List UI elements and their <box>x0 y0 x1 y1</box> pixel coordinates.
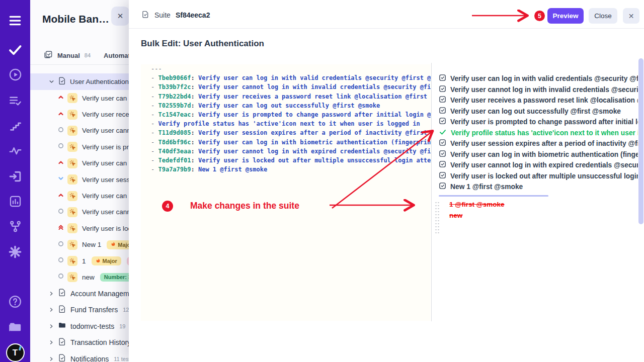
checkbox-icon <box>439 150 446 159</box>
preview-item-text: Verify user can log in with biometric au… <box>450 151 638 158</box>
project-sidebar: Mobile Banking ✕ Manual84Automated User … <box>30 0 129 362</box>
tree-test-row[interactable]: Verify user receives a password reset li… <box>30 106 129 122</box>
test-title: Verify user receives a password reset li… <box>82 111 129 118</box>
selected-suite-label: User Authentication <box>70 78 129 85</box>
manual-test-icon <box>67 174 77 185</box>
preview-scrollbar[interactable] <box>638 58 643 224</box>
close-icon: ✕ <box>628 12 634 20</box>
project-title: Mobile Banking <box>42 13 112 25</box>
preview-item-text: Verify user can log in with valid creden… <box>450 75 638 82</box>
tree-test-row[interactable]: newNumber: 3 <box>30 269 129 285</box>
manual-test-icon <box>67 223 77 233</box>
runs-play-icon[interactable] <box>0 68 30 81</box>
projects-folder-icon[interactable] <box>0 320 30 334</box>
tree-suite-row[interactable]: todomvc-tests19 <box>30 318 129 335</box>
tree-suite-row[interactable]: Fund Transfers12 <box>30 302 129 318</box>
user-avatar[interactable]: T <box>0 343 30 362</box>
priority-high-icon <box>57 94 64 103</box>
branches-icon[interactable] <box>0 220 30 233</box>
diff-underline <box>439 195 548 197</box>
bulk-edit-title: Bulk Edit: User Authentication <box>141 39 264 49</box>
analytics-pulse-icon[interactable] <box>0 144 30 158</box>
editor-line: - T11d9d085: Verify user session expires… <box>141 128 431 137</box>
test-title: 1 <box>82 257 86 265</box>
preview-item-text: Verify user cannot log in with expired c… <box>450 161 638 169</box>
preview-item: New 1 @first @smoke <box>439 182 638 193</box>
sidebar-close-button[interactable]: ✕ <box>111 7 129 26</box>
tree-test-row[interactable]: Verify user cannot log in with invalid c… <box>30 123 129 139</box>
manual-test-icon <box>67 110 77 120</box>
bulk-editor[interactable]: ---- Tbeb9066f: Verify user can log in w… <box>141 64 431 321</box>
settings-gear-icon[interactable] <box>0 245 30 259</box>
close-icon: ✕ <box>117 12 124 21</box>
test-title: New 1 <box>82 241 101 248</box>
tree-test-row[interactable]: Verify user can log out successfully <box>30 155 129 171</box>
priority-normal-icon <box>57 142 64 151</box>
tree-tests: Verify user can log in with valid creden… <box>30 90 129 286</box>
checkbox-icon <box>439 171 446 181</box>
manual-test-icon <box>67 207 77 217</box>
preview-item-removed: new <box>449 212 638 219</box>
annotation-step-4-badge: 4 <box>162 201 173 212</box>
annotation-step-4-label: Make changes in the suite <box>190 201 299 211</box>
tree-suite-row[interactable]: Notifications11 tests <box>30 351 129 362</box>
checkbox-icon <box>439 182 446 192</box>
tree-suite-row[interactable]: Account Management <box>30 286 129 302</box>
suite-breadcrumb: Suite Sf84eeca2 <box>141 10 210 20</box>
priority-normal-icon <box>57 126 64 135</box>
suite-type-label: Suite <box>154 11 171 19</box>
manual-test-icon <box>67 158 77 168</box>
editor-line: - Tb39b7f2c: Verify user cannot log in w… <box>141 82 431 92</box>
test-title: Verify user is prompted to change passwo… <box>82 143 129 151</box>
avatar-letter: T <box>13 348 18 358</box>
tree-test-row[interactable]: Verify user can log in with biometric au… <box>30 188 129 204</box>
editor-scrollbar-track[interactable] <box>431 63 432 321</box>
tree-suite-selected[interactable]: User Authentication <box>30 73 129 90</box>
tree-test-row[interactable]: Verify user can log in with valid creden… <box>30 90 129 106</box>
preview-item: Verify user cannot log in with invalid c… <box>439 84 638 96</box>
import-signin-icon[interactable] <box>0 169 30 184</box>
priority-highest-icon <box>57 224 64 233</box>
flame-icon <box>96 258 101 264</box>
tree-test-row[interactable]: Verify user is locked out after multiple… <box>30 220 129 236</box>
tree-test-row[interactable]: Verify user is prompted to change passwo… <box>30 139 129 155</box>
suite-count: 11 tests <box>114 356 129 362</box>
app-rail: T <box>0 0 30 362</box>
preview-button[interactable]: Preview <box>547 8 584 24</box>
badge-major: Major <box>92 256 121 265</box>
test-title: Verify user is locked out after multiple… <box>82 225 129 232</box>
menu-icon[interactable] <box>0 14 30 27</box>
priority-normal-icon <box>57 208 64 217</box>
badge-major: Major <box>107 240 129 249</box>
preview-item: Verify user can log out successfully @fi… <box>439 106 638 117</box>
editor-line: - Tedefdf01: Verify user is locked out a… <box>141 156 431 165</box>
preview-item-text: Verify user session expires after a peri… <box>450 140 638 147</box>
preview-item: Verify user can log in with valid creden… <box>439 73 638 84</box>
chevron-right-icon <box>49 354 54 362</box>
help-icon[interactable] <box>0 295 30 309</box>
priority-normal-icon <box>57 273 64 282</box>
modal-x-button[interactable]: ✕ <box>623 8 639 24</box>
suite-id: Sf84eeca2 <box>176 11 210 19</box>
reports-chart-icon[interactable] <box>0 195 30 208</box>
steps-icon[interactable] <box>0 119 30 133</box>
suite-doc-icon <box>58 288 66 299</box>
manual-test-icon <box>67 240 77 250</box>
tree-test-row[interactable]: 1MajorTo <box>30 253 129 269</box>
chevron-right-icon <box>49 289 54 298</box>
tree-test-row[interactable]: Verify user session expires after inacti… <box>30 171 129 188</box>
editor-line: - T79b22bd4: Verify user receives a pass… <box>141 92 431 101</box>
test-plans-icon[interactable] <box>0 94 30 108</box>
tab-manual[interactable]: Manual84 <box>43 50 91 61</box>
priority-low-icon <box>57 175 64 184</box>
badge-number: Number: 3 <box>100 273 129 282</box>
preview-item-text: Verify user is prompted to change passwo… <box>450 118 638 126</box>
tree-test-row[interactable]: New 1Major <box>30 237 129 253</box>
close-button[interactable]: Close <box>589 8 617 24</box>
tree-test-row[interactable]: Verify user cannot log in with expired c… <box>30 204 129 220</box>
preview-item-text: Verify user can log out successfully @fi… <box>450 108 621 115</box>
tests-check-icon[interactable] <box>0 43 30 57</box>
bulk-edit-modal: Suite Sf84eeca2 Preview Close ✕ Bulk Edi… <box>129 0 644 362</box>
editor-line: - Tbeb9066f: Verify user can log in with… <box>141 73 431 82</box>
tree-suite-row[interactable]: Transaction History <box>30 334 129 351</box>
